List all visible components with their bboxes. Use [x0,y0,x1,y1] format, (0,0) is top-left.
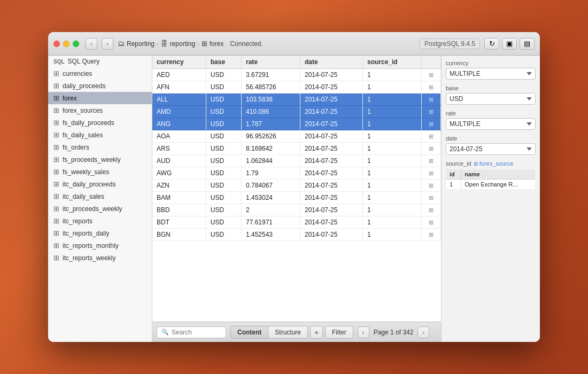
cell-base: USD [206,204,241,216]
row-expand-icon: ⊞ [429,231,434,238]
table-row[interactable]: ANGUSD1.7872014-07-251⊞ [152,118,441,130]
mini-cell-name: Open Exchange R... [461,180,536,190]
filter-group-rate: rateMULTIPLE [446,110,536,130]
cell-row-action[interactable]: ⊞ [422,106,441,118]
refresh-button[interactable]: ↻ [484,38,499,50]
table-list-icon: ⊞ [53,94,59,102]
sidebar-item-fs_orders[interactable]: ⊞fs_orders [48,141,152,153]
cell-row-action[interactable]: ⊞ [422,155,441,167]
table-row[interactable]: BAMUSD1.4530242014-07-251⊞ [152,192,441,204]
cell-source_id: 1 [362,167,421,180]
tab-structure[interactable]: Structure [268,326,308,339]
search-box[interactable]: 🔍 [157,326,226,338]
sidebar-item-fs_proceeds_weekly[interactable]: ⊞fs_proceeds_weekly [48,153,152,166]
cell-row-action[interactable]: ⊞ [422,192,441,204]
nav-back-button[interactable]: ‹ [86,38,97,50]
traffic-lights [53,41,79,47]
cell-row-action[interactable]: ⊞ [422,69,441,81]
filter-button[interactable]: Filter [325,326,353,339]
table-row[interactable]: BGNUSD1.4525432014-07-251⊞ [152,229,441,241]
table-row[interactable]: BDTUSD77.619712014-07-251⊞ [152,216,441,229]
table-row[interactable]: ARSUSD8.1696422014-07-251⊞ [152,143,441,155]
cell-row-action[interactable]: ⊞ [422,167,441,180]
sidebar-item-fs_daily_sales[interactable]: ⊞fs_daily_sales [48,129,152,141]
filter-select-base[interactable]: USD [446,93,536,105]
db-version-label: PostgreSQL 9.4.5 [420,38,480,49]
cell-row-action[interactable]: ⊞ [422,180,441,192]
tab-content[interactable]: Content [230,326,268,339]
table-row[interactable]: AZNUSD0.7840672014-07-251⊞ [152,180,441,192]
sidebar-item-label: forex [63,95,77,102]
cell-source_id: 1 [362,204,421,216]
sidebar-item-forex[interactable]: ⊞forex [48,92,152,104]
table-list-icon: ⊞ [53,254,59,262]
prev-page-button[interactable]: ‹ [358,326,369,338]
table-body: AEDUSD3.672912014-07-251⊞AFNUSD56.485726… [152,69,441,241]
table-row[interactable]: ALLUSD103.58382014-07-251⊞ [152,94,441,106]
col-header-date: date [300,56,363,69]
sidebar-item-fs_daily_proceeds[interactable]: ⊞fs_daily_proceeds [48,116,152,129]
col-header-rate: rate [241,56,300,69]
table-row[interactable]: AFNUSD56.4857262014-07-251⊞ [152,81,441,94]
table-list-icon: ⊞ [53,119,59,127]
cell-rate: 77.61971 [241,216,300,229]
tab-buttons: Content Structure [230,326,308,339]
breadcrumb-reporting[interactable]: 🗂 Reporting [118,40,154,48]
sidebar-item-itc_reports_weekly[interactable]: ⊞itc_reports_weekly [48,252,152,264]
titlebar: ‹ › 🗂 Reporting › 🗄 reporting › ⊞ forex … [48,32,540,56]
sidebar-item-daily_proceeds[interactable]: ⊞daily_proceeds [48,80,152,92]
next-page-button[interactable]: › [417,326,429,338]
cell-base: USD [206,130,241,143]
nav-forward-button[interactable]: › [102,38,113,50]
cell-row-action[interactable]: ⊞ [422,216,441,229]
layout-button-1[interactable]: ▣ [502,38,517,50]
table-row[interactable]: AOAUSD96.9526262014-07-251⊞ [152,130,441,143]
sidebar-item-currencies[interactable]: ⊞currencies [48,67,152,80]
cell-rate: 1.79 [241,167,300,180]
sidebar-item-fs_weekly_sales[interactable]: ⊞fs_weekly_sales [48,166,152,178]
cell-date: 2014-07-25 [300,143,363,155]
table-row[interactable]: AEDUSD3.672912014-07-251⊞ [152,69,441,81]
table-row[interactable]: AUDUSD1.0628442014-07-251⊞ [152,155,441,167]
sidebar-item-itc_reports_daily[interactable]: ⊞itc_reports_daily [48,227,152,239]
row-expand-icon: ⊞ [429,133,434,139]
close-button[interactable] [53,41,60,47]
filter-select-date[interactable]: 2014-07-25 [446,143,536,155]
cell-row-action[interactable]: ⊞ [422,130,441,143]
sidebar-item-forex_sources[interactable]: ⊞forex_sources [48,104,152,116]
sidebar-item-label: itc_daily_sales [63,193,104,200]
cell-currency: BBD [152,204,206,216]
add-button[interactable]: + [310,326,323,339]
mini-cell-id: 1 [446,180,461,190]
cell-currency: AMD [152,106,206,118]
cell-row-action[interactable]: ⊞ [422,229,441,241]
cell-row-action[interactable]: ⊞ [422,204,441,216]
source-mini-table: id name 1Open Exchange R... [446,169,536,190]
sidebar-item-itc_daily_proceeds[interactable]: ⊞itc_daily_proceeds [48,178,152,190]
sidebar-item-itc_proceeds_weekly[interactable]: ⊞itc_proceeds_weekly [48,202,152,215]
sidebar-item-itc_reports_monthly[interactable]: ⊞itc_reports_monthly [48,239,152,252]
table-list-icon: ⊞ [53,168,59,176]
maximize-button[interactable] [73,41,79,47]
sidebar-item-itc_daily_sales[interactable]: ⊞itc_daily_sales [48,190,152,202]
cell-row-action[interactable]: ⊞ [422,81,441,94]
table-row[interactable]: BBDUSD22014-07-251⊞ [152,204,441,216]
sidebar-item-label: fs_daily_sales [63,131,103,139]
breadcrumb-forex[interactable]: ⊞ forex [202,40,224,48]
table-row[interactable]: AMDUSD410.0862014-07-251⊞ [152,106,441,118]
breadcrumb-reporting-db[interactable]: 🗄 reporting [161,40,195,48]
cell-row-action[interactable]: ⊞ [422,143,441,155]
minimize-button[interactable] [63,41,69,47]
cell-row-action[interactable]: ⊞ [422,118,441,130]
filter-select-currency[interactable]: MULTIPLE [446,68,536,80]
cell-row-action[interactable]: ⊞ [422,94,441,106]
layout-button-2[interactable]: ▤ [520,38,535,50]
sidebar-item-itc_reports[interactable]: ⊞itc_reports [48,215,152,227]
filter-select-rate[interactable]: MULTIPLE [446,118,536,130]
main-window: ‹ › 🗂 Reporting › 🗄 reporting › ⊞ forex … [48,32,540,342]
sidebar-item-label: fs_daily_proceeds [63,119,114,127]
source-id-link[interactable]: ⊞ forex_source [474,160,514,167]
sidebar-item-SQL Query[interactable]: SQLSQL Query [48,56,152,67]
table-row[interactable]: AWGUSD1.792014-07-251⊞ [152,167,441,180]
search-input[interactable] [172,329,220,336]
